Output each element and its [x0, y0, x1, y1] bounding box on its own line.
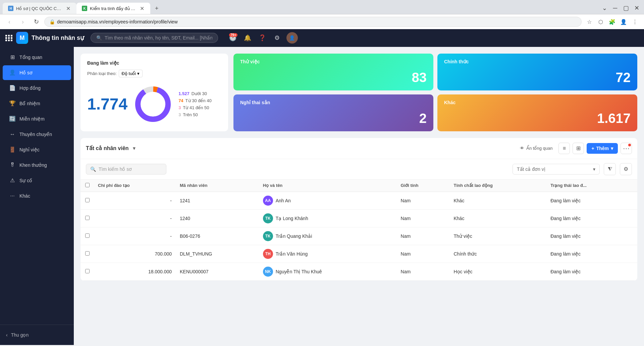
user-avatar[interactable]: 👤 — [286, 32, 298, 44]
menu-button[interactable]: ⋮ — [630, 17, 640, 27]
sidebar-item-mien-nhiem[interactable]: 🔄 Miễn nhiệm — [3, 112, 71, 126]
close-window-button[interactable]: ✕ — [632, 3, 641, 13]
grid-dot — [8, 35, 10, 37]
stat-card-thu-viec[interactable]: Thử việc 83 — [233, 54, 433, 90]
employee-name-3: Trần Văn Hùng — [276, 251, 308, 257]
stat-card-khac[interactable]: Khác 1.617 — [437, 94, 637, 131]
chinh-thuc-label: Chính thức — [444, 59, 631, 64]
sidebar-item-khac[interactable]: ··· Khác — [3, 189, 71, 203]
row-cb-2[interactable] — [85, 233, 90, 238]
stat-card-nghi-thai-san[interactable]: Nghỉ thai sản 2 — [233, 94, 433, 131]
column-settings-button[interactable]: ⚙ — [620, 163, 632, 175]
classify-dropdown[interactable]: Độ tuổi ▾ — [119, 70, 143, 77]
sidebar-item-tong-quan[interactable]: ⊞ Tổng quan — [3, 50, 71, 65]
sidebar-item-ho-so[interactable]: 👤 Hồ sơ — [3, 65, 71, 80]
tab-2[interactable]: K Kiểm tra tính đầy đủ của hồ sơ, c... ✕ — [76, 3, 150, 14]
table-row[interactable]: 700.000 DLM_TVHUNG TH Trần Văn Hùng Nam … — [80, 245, 637, 263]
row-tinh-chat-3: Chính thức — [449, 245, 546, 263]
legend-count-1: 74 — [178, 98, 183, 103]
notifications-button[interactable]: 🔔 — [242, 32, 253, 43]
maximize-button[interactable]: ▢ — [621, 3, 631, 13]
history-button[interactable]: 🕐 79+ — [227, 32, 238, 43]
settings-button[interactable]: ⚙ — [272, 32, 282, 43]
new-tab-button[interactable]: + — [152, 3, 162, 14]
grid-view-button[interactable]: ⊞ — [573, 143, 584, 154]
row-checkbox-4[interactable] — [80, 263, 94, 280]
forward-button[interactable]: › — [17, 16, 28, 27]
minimize-button[interactable]: ─ — [610, 3, 620, 13]
sidebar-item-su-co[interactable]: ⚠ Sự cố — [3, 173, 71, 188]
row-cb-1[interactable] — [85, 216, 90, 220]
legend-list: 1.527 Dưới 30 74 Từ 30 đến 40 3 Từ 41 đế… — [178, 91, 212, 117]
row-checkbox-3[interactable] — [80, 245, 94, 263]
row-ho-ten-4[interactable]: NK Nguyễn Thị Thu Khuê — [259, 263, 397, 280]
row-checkbox-1[interactable] — [80, 209, 94, 227]
list-view-button[interactable]: ≡ — [558, 143, 570, 154]
unit-filter-dropdown[interactable]: Tất cả đơn vị ▾ — [513, 164, 600, 175]
bookmark-star-button[interactable]: ☆ — [584, 17, 594, 27]
sidebar-item-khen-thuong[interactable]: 🎖 Khen thưởng — [3, 158, 71, 172]
sidebar-collapse-button[interactable]: ‹ Thu gọn — [0, 329, 74, 341]
legend-count-2: 3 — [178, 105, 181, 110]
table-row[interactable]: 18.000.000 KENU000007 NK Nguyễn Thị Thu … — [80, 263, 637, 280]
add-employee-button[interactable]: + Thêm ▾ — [587, 143, 618, 154]
url-bar[interactable]: 🔒 demoamisapp.misa.vn/employees-informat… — [44, 17, 582, 27]
grid-dot — [11, 37, 12, 39]
tab-1[interactable]: H Hồ sơ | QC QUỐC CƯỜNG | AM... ✕ — [3, 3, 76, 14]
hide-overview-button[interactable]: 👁 Ẩn tổng quan — [517, 144, 556, 153]
more-icon: ··· — [9, 192, 16, 200]
incident-icon: ⚠ — [9, 177, 16, 184]
sidebar-item-khac-label: Khác — [19, 193, 30, 199]
tab-2-close[interactable]: ✕ — [139, 5, 145, 11]
select-all-checkbox[interactable] — [85, 183, 90, 187]
stat-card-chinh-thuc[interactable]: Chính thức 72 — [437, 54, 637, 90]
row-chi-phi-2: - — [94, 227, 176, 245]
row-ma-nv-0: 1241 — [176, 192, 259, 209]
tab-list-button[interactable]: ⌄ — [600, 3, 609, 13]
app-topbar: M Thông tin nhân sự 🔍 🕐 79+ 🔔 ❓ ⚙ 👤 — [0, 29, 644, 47]
sidebar-item-nghi-viec[interactable]: 🚪 Nghỉ việc — [3, 142, 71, 157]
apps-grid-button[interactable] — [5, 35, 13, 41]
back-button[interactable]: ‹ — [4, 16, 15, 27]
extensions-button[interactable]: 🧩 — [607, 17, 617, 27]
sidebar: ⊞ Tổng quan 👤 Hồ sơ 📄 Hợp đồng 🏆 Bổ nhiệ… — [0, 47, 74, 345]
global-search[interactable]: 🔍 — [91, 33, 218, 43]
table-row[interactable]: - 1241 AA Anh An Nam Khác Đang làm việc — [80, 192, 637, 209]
employee-search-box[interactable]: 🔍 — [86, 164, 166, 175]
avatar-4: NK — [263, 267, 273, 277]
filter-button[interactable]: ⧨ — [604, 163, 616, 175]
table-row[interactable]: - 1240 TK Tạ Long Khánh Nam Khác Đang là… — [80, 209, 637, 227]
row-ho-ten-0[interactable]: AA Anh An — [259, 192, 397, 209]
tab-1-close[interactable]: ✕ — [65, 5, 71, 11]
row-checkbox-2[interactable] — [80, 227, 94, 245]
row-cb-0[interactable] — [85, 198, 90, 202]
app-container: M Thông tin nhân sự 🔍 🕐 79+ 🔔 ❓ ⚙ 👤 ⊞ Tổ… — [0, 29, 644, 345]
row-checkbox-0[interactable] — [80, 192, 94, 209]
table-title-dropdown-button[interactable]: ▾ — [131, 144, 137, 153]
table-row[interactable]: - B06-0276 TK Trần Quang Khải Nam Thử vi… — [80, 227, 637, 245]
tab-more-actions: ⌄ ─ ▢ ✕ — [600, 3, 641, 14]
table-title: Tất cả nhân viên — [86, 145, 129, 151]
sidebar-item-thuyen-chuyen[interactable]: ↔ Thuyên chuyển — [3, 127, 71, 142]
reload-button[interactable]: ↻ — [31, 16, 42, 27]
employee-search-input[interactable] — [99, 166, 162, 172]
screen-cast-button[interactable]: ⬡ — [596, 17, 606, 27]
table-filters: 🔍 Tất cả đơn vị ▾ ⧨ ⚙ — [80, 159, 637, 180]
nghi-thai-san-label: Nghỉ thai sản — [240, 100, 427, 105]
help-button[interactable]: ❓ — [257, 32, 268, 43]
row-trang-thai-2: Đang làm việc — [546, 227, 637, 245]
row-cb-3[interactable] — [85, 251, 90, 256]
row-ho-ten-1[interactable]: TK Tạ Long Khánh — [259, 209, 397, 227]
unit-filter-label: Tất cả đơn vị — [517, 166, 545, 172]
row-ho-ten-3[interactable]: TH Trần Văn Hùng — [259, 245, 397, 263]
sidebar-item-hop-dong[interactable]: 📄 Hợp đồng — [3, 81, 71, 95]
legend-label-3: Trên 50 — [183, 112, 198, 117]
profile-button[interactable]: 👤 — [619, 17, 629, 27]
row-cb-4[interactable] — [85, 269, 90, 273]
employee-name-1: Tạ Long Khánh — [276, 216, 308, 221]
sidebar-item-bo-nhiem[interactable]: 🏆 Bổ nhiệm — [3, 96, 71, 111]
row-ho-ten-2[interactable]: TK Trần Quang Khải — [259, 227, 397, 245]
th-chi-phi: Chi phí đào tạo — [94, 180, 176, 192]
global-search-input[interactable] — [105, 35, 212, 41]
grid-icon: ⊞ — [576, 145, 581, 151]
